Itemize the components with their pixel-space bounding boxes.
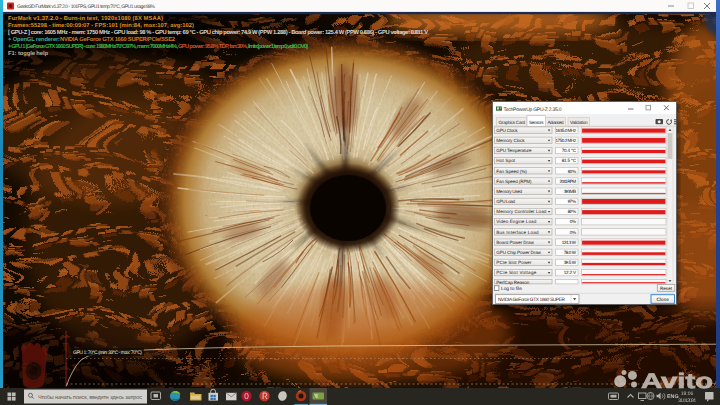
svg-text:TechPowerUp GPU-Z 2.35.0: TechPowerUp GPU-Z 2.35.0	[504, 107, 562, 113]
svg-text:Avito: Avito	[641, 370, 713, 393]
svg-text:Fan Speed (RPM): Fan Speed (RPM)	[496, 179, 532, 184]
svg-text:1750.2 MHz: 1750.2 MHz	[556, 138, 577, 143]
svg-text:Frames:55298 - time:00:09:07 -: Frames:55298 - time:00:09:07 - FPS:101 (…	[8, 22, 194, 29]
svg-text:Validation: Validation	[570, 120, 588, 125]
svg-text:Board Power Draw: Board Power Draw	[496, 240, 534, 245]
svg-text:31.01.2024: 31.01.2024	[678, 398, 696, 404]
svg-text:Video Engine Load: Video Engine Load	[496, 219, 536, 224]
svg-text:PerfCap Reason: PerfCap Reason	[496, 280, 529, 285]
svg-text:GPU power: 95.8% TDP, fan:30%,: GPU power: 95.8% TDP, fan:30%,	[178, 43, 248, 50]
svg-text:Memory Used: Memory Used	[496, 189, 522, 194]
svg-text:Reset: Reset	[660, 286, 673, 291]
svg-text:NVIDIA GeForce GTX 1660 SUPER/: NVIDIA GeForce GTX 1660 SUPER/PCIe/SSE2	[60, 36, 175, 43]
svg-text:1635.0 MHz: 1635.0 MHz	[556, 128, 577, 133]
svg-text:Memory Controller Load: Memory Controller Load	[496, 209, 546, 214]
svg-text:78.0 W: 78.0 W	[564, 250, 577, 255]
svg-text:Sensors: Sensors	[529, 120, 544, 125]
svg-text:Memory Clock: Memory Clock	[496, 138, 525, 143]
svg-text:82 %: 82 %	[568, 209, 576, 214]
svg-text:GPU Temperature: GPU Temperature	[496, 148, 532, 153]
svg-text:0 %: 0 %	[570, 219, 576, 224]
svg-text:GPU Chip Power Draw: GPU Chip Power Draw	[496, 250, 541, 255]
svg-text:Hot Spot: Hot Spot	[496, 158, 516, 163]
svg-text:Graphics Card: Graphics Card	[499, 120, 526, 125]
svg-text:124.3 W: 124.3 W	[562, 240, 577, 245]
svg-text:Fan Speed (%): Fan Speed (%)	[496, 169, 527, 174]
svg-text:PCIe Slot Power: PCIe Slot Power	[496, 260, 532, 265]
svg-text:GPU Load: GPU Load	[496, 199, 515, 204]
svg-text:Log to file: Log to file	[501, 286, 522, 292]
svg-text:Bus Interface Load: Bus Interface Load	[496, 230, 539, 235]
svg-text:Geeks3D FurMark v1.37.2.0 - 10: Geeks3D FurMark v1.37.2.0 - 101FPS, GPU1…	[17, 4, 156, 10]
svg-text:Чтобы начать поиск, введите зд: Чтобы начать поиск, введите здесь запрос	[38, 394, 142, 401]
svg-text:70.4 °C: 70.4 °C	[562, 148, 577, 153]
svg-text:0 %: 0 %	[570, 230, 576, 235]
svg-text:Close: Close	[657, 297, 670, 303]
svg-text:81.5 °C: 81.5 °C	[562, 158, 577, 163]
svg-text:60 %: 60 %	[568, 169, 576, 174]
svg-text:97 %: 97 %	[568, 199, 576, 204]
svg-text:ENG: ENG	[667, 394, 679, 400]
svg-text:FurMark v1.37.2.0 - Burn-in te: FurMark v1.37.2.0 - Burn-in test, 1920x1…	[8, 15, 163, 22]
svg-text:393 MB: 393 MB	[564, 189, 576, 194]
svg-text:PCIe Slot Voltage: PCIe Slot Voltage	[496, 270, 536, 275]
svg-text:+ OpenGL renderer:: + OpenGL renderer:	[8, 36, 60, 43]
svg-text:Advanced: Advanced	[548, 120, 564, 125]
svg-text:+ GPU 1 (GeForce GTX 1660 SUPE: + GPU 1 (GeForce GTX 1660 SUPER) - core:…	[8, 43, 178, 50]
svg-text:39.5 W: 39.5 W	[564, 260, 577, 265]
svg-text:[ GPU-Z ] core: 1605 MHz - mem: [ GPU-Z ] core: 1605 MHz - mem: 1750 MHz…	[8, 29, 428, 36]
svg-text:18:06: 18:06	[681, 391, 694, 397]
svg-text:NVIDIA GeForce GTX 1660 SUPER: NVIDIA GeForce GTX 1660 SUPER	[498, 297, 566, 303]
svg-text:limits:[power:1, temp:0, volt:: limits:[power:1, temp:0, volt:0, OV:0]	[248, 43, 308, 50]
svg-text:2041 RPM: 2041 RPM	[560, 179, 577, 184]
svg-text:GPU 1: 70°C (min: 33°C - max:: GPU 1: 70°C (min: 33°C - max: 70°C)	[73, 350, 142, 356]
svg-text:F1: toggle help: F1: toggle help	[8, 50, 48, 57]
svg-text:GPU Clock: GPU Clock	[496, 128, 518, 133]
svg-text:12.2 V: 12.2 V	[564, 270, 577, 275]
